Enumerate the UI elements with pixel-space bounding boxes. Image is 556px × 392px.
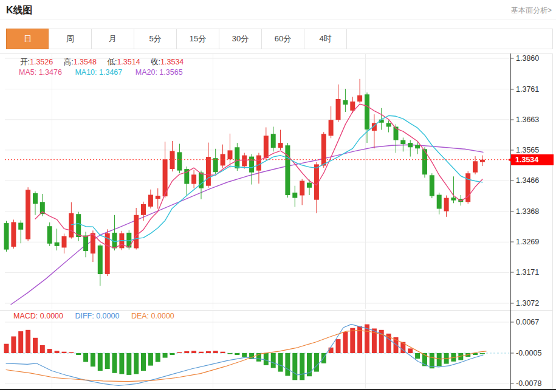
candle-body [33, 193, 38, 204]
candle-body [271, 134, 276, 148]
candle-body [206, 157, 211, 186]
macd-bar [235, 353, 239, 355]
candle-body [386, 123, 391, 126]
macd-bar [278, 353, 283, 372]
candle-body [18, 223, 23, 230]
y-axis-label: 1.3565 [516, 146, 539, 154]
candle-body [11, 222, 16, 247]
macd-bar [350, 328, 355, 353]
y-axis-label: 1.3466 [516, 176, 539, 185]
macd-bar [285, 353, 290, 376]
macd-bar [292, 353, 297, 380]
macd-bar [408, 348, 413, 353]
candle-body [329, 120, 334, 136]
candle-body [480, 160, 485, 162]
candle-body [292, 193, 297, 198]
macd-bar [105, 353, 110, 369]
candle-body [300, 181, 304, 196]
macd-bar [26, 330, 30, 353]
y-axis-label: 1.3269 [516, 238, 539, 246]
candle-body [321, 134, 326, 165]
candle-body [199, 173, 204, 188]
candle-body [415, 145, 420, 149]
y-axis-label: 1.3171 [516, 268, 539, 277]
macd-axis-label: -0.0005 [516, 349, 541, 357]
y-axis-label: 1.3761 [516, 85, 539, 94]
macd-bar [126, 353, 131, 375]
low-value: 1.3514 [117, 58, 140, 66]
ma-legend: MA5: 1.3476 MA10: 1.3467 MA20: 1.3565 [19, 68, 183, 77]
macd-bar [242, 353, 247, 357]
y-axis-label: 1.3368 [516, 207, 539, 216]
macd-bar [191, 351, 196, 353]
macd-bar [437, 353, 442, 366]
candle-body [350, 101, 355, 111]
macd-bar [271, 353, 276, 368]
candle-body [55, 242, 60, 246]
macd-bar [184, 351, 189, 353]
candle-body [177, 152, 182, 170]
macd-bar [18, 331, 23, 353]
candle-body [307, 183, 312, 188]
macd-bar [415, 353, 420, 359]
macd-bar [221, 352, 225, 353]
candle-body [76, 214, 81, 237]
candle-body [256, 156, 261, 171]
macd-bar [76, 353, 81, 355]
candle-body [148, 195, 153, 207]
candle-body [170, 151, 175, 169]
macd-bar [163, 353, 168, 358]
macd-bar [480, 353, 485, 354]
macd-legend: MACD: 0.0000 DIFF: 0.0000 DEA: 0.0000 [13, 312, 174, 320]
candle-body [213, 158, 218, 172]
macd-bar [148, 353, 153, 366]
open-label: 开: [20, 58, 30, 66]
candle-body [408, 143, 413, 147]
candle-body [242, 156, 247, 167]
candle-body [336, 99, 341, 120]
candle-body [228, 150, 233, 159]
low-label: 低: [107, 58, 117, 66]
candle-body [156, 196, 160, 199]
candle-body [62, 236, 67, 248]
candle-body [141, 204, 146, 215]
candle-body [444, 198, 449, 211]
macd-value: MACD: 0.0000 [13, 312, 63, 320]
dea-value: DEA: 0.0000 [131, 312, 174, 320]
macd-bar [156, 353, 160, 362]
ohlc-legend: 开:1.3526 高:1.3548 低:1.3514 收:1.3534 [20, 57, 192, 67]
y-axis-label: 1.3072 [516, 299, 539, 308]
macd-bar [69, 352, 74, 354]
candle-body [134, 215, 139, 249]
ma20-legend: MA20: 1.3565 [136, 68, 183, 77]
macd-bar [300, 353, 304, 380]
macd-bar [336, 339, 341, 353]
macd-bar [55, 351, 60, 353]
candle-body [235, 147, 239, 168]
candle-body [98, 246, 103, 274]
candle-body [69, 213, 74, 238]
candle-body [278, 143, 283, 148]
macd-bar [91, 353, 95, 366]
macd-bar [141, 353, 146, 371]
candle-body [285, 145, 290, 195]
candle-body [4, 223, 9, 250]
close-value: 1.3534 [160, 58, 184, 66]
close-label: 收: [151, 58, 160, 66]
y-axis-label: 1.3663 [516, 115, 539, 124]
y-axis-label: 1.3860 [516, 54, 539, 63]
macd-bar [4, 344, 9, 353]
candle-body [264, 136, 269, 158]
macd-bar [314, 353, 319, 372]
candle-body [400, 140, 405, 145]
macd-bar [47, 349, 52, 353]
macd-bar [33, 338, 38, 353]
macd-axis-label: 0.0067 [516, 318, 539, 326]
high-value: 1.3548 [74, 58, 97, 66]
macd-bar [98, 353, 103, 371]
macd-axis-label: -0.0078 [516, 379, 541, 388]
candle-body [451, 198, 456, 201]
macd-bar [11, 337, 16, 354]
candle-body [191, 174, 196, 184]
macd-bar [83, 353, 88, 362]
